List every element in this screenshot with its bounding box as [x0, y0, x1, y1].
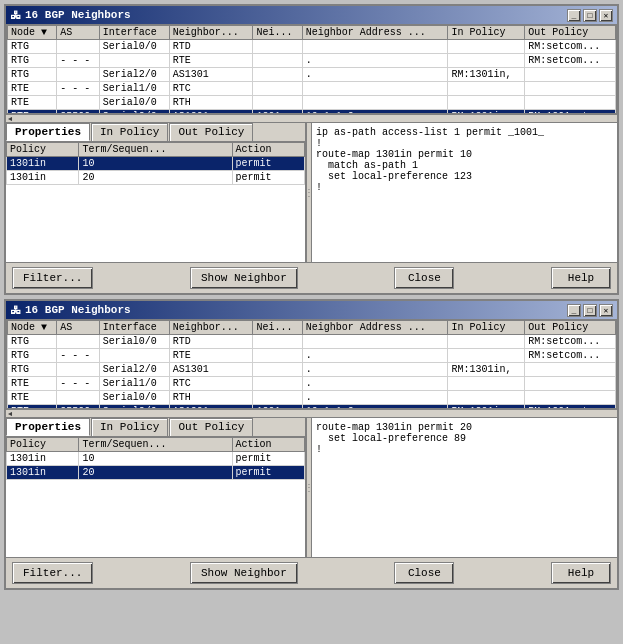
cell-neighbor: RTD	[169, 40, 253, 54]
cell-node: RTG	[8, 68, 57, 82]
cell-interface: Serial1/0	[99, 377, 169, 391]
policy-table-row[interactable]: 1301in 10 permit	[7, 452, 305, 466]
col-out-policy-2[interactable]: Out Policy	[525, 321, 616, 335]
table-row[interactable]: RTE - - - Serial1/0 RTC	[8, 82, 616, 96]
cell-interface: Serial1/0	[99, 82, 169, 96]
policy-col-term-1[interactable]: Term/Sequen...	[79, 143, 232, 157]
cell-policy: 1301in	[7, 157, 79, 171]
title-bar-controls-2: _ □ ✕	[567, 304, 613, 317]
maximize-button-1[interactable]: □	[583, 9, 597, 22]
cell-nei	[253, 96, 302, 110]
col-out-policy-1[interactable]: Out Policy	[525, 26, 616, 40]
cell-node: RTG	[8, 349, 57, 363]
cell-out-policy	[525, 96, 616, 110]
cell-out-policy: RM:setcom...	[525, 54, 616, 68]
policy-col-policy-1[interactable]: Policy	[7, 143, 79, 157]
table-row[interactable]: RTG Serial0/0 RTD RM:setcom...	[8, 40, 616, 54]
cell-neighbor-addr	[302, 82, 448, 96]
col-node-2[interactable]: Node ▼	[8, 321, 57, 335]
tab-properties-1[interactable]: Properties	[6, 123, 90, 141]
close-button-2[interactable]: ✕	[599, 304, 613, 317]
col-nei-2[interactable]: Nei...	[253, 321, 302, 335]
help-button-2[interactable]: Help	[551, 562, 611, 584]
policy-table-row[interactable]: 1301in 20 permit	[7, 466, 305, 480]
close-win-button-1[interactable]: Close	[394, 267, 454, 289]
cell-out-policy	[525, 377, 616, 391]
policy-col-term-2[interactable]: Term/Sequen...	[79, 438, 232, 452]
cell-nei	[253, 349, 302, 363]
tab-out-policy-1[interactable]: Out Policy	[169, 123, 253, 141]
table-row[interactable]: RTE Serial0/0 RTH .	[8, 391, 616, 405]
minimize-button-2[interactable]: _	[567, 304, 581, 317]
col-interface-2[interactable]: Interface	[99, 321, 169, 335]
tab-in-policy-2[interactable]: In Policy	[91, 418, 168, 436]
filter-button-1[interactable]: Filter...	[12, 267, 93, 289]
cell-out-policy	[525, 363, 616, 377]
window-2: 🖧 16 BGP Neighbors _ □ ✕ Node ▼ AS Inter…	[4, 299, 619, 590]
close-win-button-2[interactable]: Close	[394, 562, 454, 584]
close-button-1[interactable]: ✕	[599, 9, 613, 22]
scroll-indicator-1: ◄	[6, 114, 617, 122]
col-nei-1[interactable]: Nei...	[253, 26, 302, 40]
table-row[interactable]: RTG - - - RTE . RM:setcom...	[8, 54, 616, 68]
col-in-policy-1[interactable]: In Policy	[448, 26, 525, 40]
col-neighbor-2[interactable]: Neighbor...	[169, 321, 253, 335]
cell-node: RTG	[8, 40, 57, 54]
col-node-1[interactable]: Node ▼	[8, 26, 57, 40]
filter-button-2[interactable]: Filter...	[12, 562, 93, 584]
help-button-1[interactable]: Help	[551, 267, 611, 289]
policy-col-action-1[interactable]: Action	[232, 143, 304, 157]
scroll-left-2: ◄	[8, 410, 12, 418]
cell-action: permit	[232, 157, 304, 171]
cell-as	[57, 335, 99, 349]
col-as-2[interactable]: AS	[57, 321, 99, 335]
col-in-policy-2[interactable]: In Policy	[448, 321, 525, 335]
cell-in-policy: RM:1301in,	[448, 68, 525, 82]
table-row[interactable]: RTG Serial2/0 AS1301 . RM:1301in,	[8, 68, 616, 82]
cell-neighbor: RTH	[169, 96, 253, 110]
show-neighbor-button-1[interactable]: Show Neighbor	[190, 267, 298, 289]
cell-as: - - -	[57, 349, 99, 363]
col-neighbor-addr-1[interactable]: Neighbor Address ...	[302, 26, 448, 40]
table-row[interactable]: RTG Serial2/0 AS1301 . RM:1301in,	[8, 363, 616, 377]
cell-nei	[253, 40, 302, 54]
show-neighbor-button-2[interactable]: Show Neighbor	[190, 562, 298, 584]
tab-in-policy-1[interactable]: In Policy	[91, 123, 168, 141]
cell-nei	[253, 377, 302, 391]
policy-table-row[interactable]: 1301in 20 permit	[7, 171, 305, 185]
col-neighbor-1[interactable]: Neighbor...	[169, 26, 253, 40]
tabs-1: Properties In Policy Out Policy	[6, 123, 305, 142]
cell-interface: Serial0/0	[99, 335, 169, 349]
col-interface-1[interactable]: Interface	[99, 26, 169, 40]
cell-term: 20	[79, 171, 232, 185]
cell-as	[57, 40, 99, 54]
cell-nei	[253, 391, 302, 405]
table-row[interactable]: RTG - - - RTE . RM:setcom...	[8, 349, 616, 363]
table-row[interactable]: RTE - - - Serial1/0 RTC .	[8, 377, 616, 391]
window-1: 🖧 16 BGP Neighbors _ □ ✕ Node ▼ AS Inter…	[4, 4, 619, 295]
cell-out-policy	[525, 68, 616, 82]
cell-in-policy	[448, 335, 525, 349]
cell-interface: Serial2/0	[99, 363, 169, 377]
table-row[interactable]: RTG Serial0/0 RTD RM:setcom...	[8, 335, 616, 349]
cell-in-policy	[448, 96, 525, 110]
maximize-button-2[interactable]: □	[583, 304, 597, 317]
col-as-1[interactable]: AS	[57, 26, 99, 40]
policy-col-action-2[interactable]: Action	[232, 438, 304, 452]
button-bar-2: Filter... Show Neighbor Close Help	[6, 557, 617, 588]
cell-node: RTG	[8, 363, 57, 377]
title-bar-left-2: 🖧 16 BGP Neighbors	[10, 304, 131, 317]
cell-policy: 1301in	[7, 452, 79, 466]
tab-properties-2[interactable]: Properties	[6, 418, 90, 436]
col-neighbor-addr-2[interactable]: Neighbor Address ...	[302, 321, 448, 335]
cell-action: permit	[232, 171, 304, 185]
cell-interface	[99, 54, 169, 68]
bgp-table-1: Node ▼ AS Interface Neighbor... Nei... N…	[6, 24, 617, 114]
tab-out-policy-2[interactable]: Out Policy	[169, 418, 253, 436]
title-bar-controls-1: _ □ ✕	[567, 9, 613, 22]
minimize-button-1[interactable]: _	[567, 9, 581, 22]
table-row[interactable]: RTE Serial0/0 RTH	[8, 96, 616, 110]
policy-col-policy-2[interactable]: Policy	[7, 438, 79, 452]
policy-table-row[interactable]: 1301in 10 permit	[7, 157, 305, 171]
cell-out-policy	[525, 391, 616, 405]
